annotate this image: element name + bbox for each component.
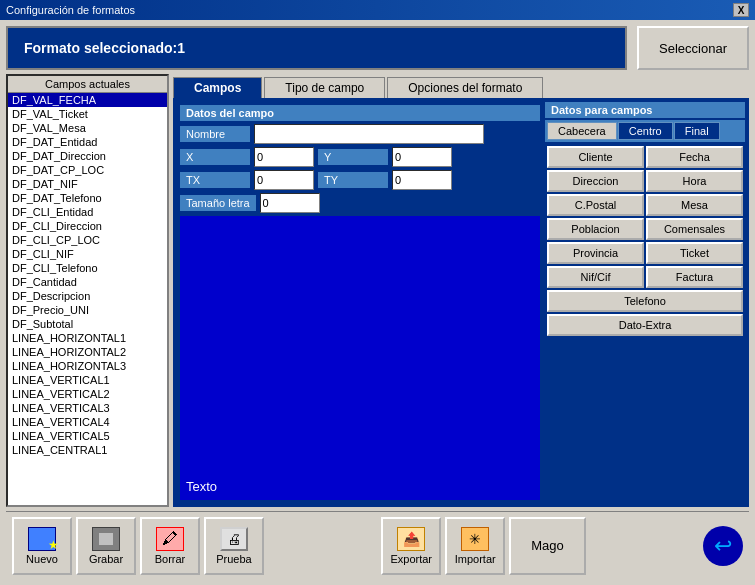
list-item[interactable]: DF_Descripcion [8, 289, 167, 303]
list-item[interactable]: DF_CLI_CP_LOC [8, 233, 167, 247]
datos-btn-hora[interactable]: Hora [646, 170, 743, 192]
importar-label: Importar [455, 553, 496, 565]
prueba-label: Prueba [216, 553, 251, 565]
datos-btn-telefono[interactable]: Telefono [547, 290, 743, 312]
datos-btn-poblacion[interactable]: Poblacion [547, 218, 644, 240]
seleccionar-button[interactable]: Seleccionar [637, 26, 749, 70]
nombre-row: Nombre [180, 124, 540, 144]
borrar-button[interactable]: 🖍 Borrar [140, 517, 200, 575]
nuevo-icon [28, 527, 56, 551]
nombre-label: Nombre [180, 126, 250, 142]
txty-row: TX TY [180, 170, 540, 190]
datos-campo-title: Datos del campo [180, 105, 540, 121]
tam-letra-row: Tamaño letra [180, 193, 540, 213]
grabar-label: Grabar [89, 553, 123, 565]
campos-actuales-panel: Campos actuales DF_VAL_FECHADF_VAL_Ticke… [6, 74, 169, 507]
list-item[interactable]: DF_Subtotal [8, 317, 167, 331]
datos-btn-comensales[interactable]: Comensales [646, 218, 743, 240]
tam-letra-input[interactable] [260, 193, 320, 213]
right-area: Campos Tipo de campo Opciones del format… [173, 74, 749, 507]
tab-opciones-formato[interactable]: Opciones del formato [387, 77, 543, 98]
datos-btn-nif-cif[interactable]: Nif/Cif [547, 266, 644, 288]
bottom-toolbar: Nuevo Grabar 🖍 Borrar 🖨 Prueba 📤 Exporta… [6, 511, 749, 579]
y-label: Y [318, 149, 388, 165]
subtab-centro[interactable]: Centro [618, 122, 673, 140]
borrar-icon: 🖍 [156, 527, 184, 551]
datos-btn-provincia[interactable]: Provincia [547, 242, 644, 264]
window-title: Configuración de formatos [6, 4, 135, 16]
list-item[interactable]: DF_Cantidad [8, 275, 167, 289]
list-item[interactable]: LINEA_HORIZONTAL1 [8, 331, 167, 345]
nuevo-button[interactable]: Nuevo [12, 517, 72, 575]
campos-data-panel: Datos del campo Nombre X Y [177, 102, 543, 503]
list-item[interactable]: DF_DAT_Entidad [8, 135, 167, 149]
datos-btn-fecha[interactable]: Fecha [646, 146, 743, 168]
list-item[interactable]: LINEA_HORIZONTAL2 [8, 345, 167, 359]
list-item[interactable]: LINEA_HORIZONTAL3 [8, 359, 167, 373]
list-item[interactable]: LINEA_VERTICAL1 [8, 373, 167, 387]
tab-tipo-campo[interactable]: Tipo de campo [264, 77, 385, 98]
list-item[interactable]: DF_DAT_Telefono [8, 191, 167, 205]
campos-list[interactable]: DF_VAL_FECHADF_VAL_TicketDF_VAL_MesaDF_D… [8, 93, 167, 505]
grabar-button[interactable]: Grabar [76, 517, 136, 575]
exportar-label: Exportar [390, 553, 432, 565]
list-item[interactable]: LINEA_VERTICAL5 [8, 429, 167, 443]
back-icon: ↩ [703, 526, 743, 566]
list-item[interactable]: LINEA_VERTICAL4 [8, 415, 167, 429]
mago-button[interactable]: Mago [509, 517, 586, 575]
list-item[interactable]: DF_DAT_NIF [8, 177, 167, 191]
list-item[interactable]: LINEA_VERTICAL2 [8, 387, 167, 401]
tab-campos[interactable]: Campos [173, 77, 262, 98]
borrar-label: Borrar [155, 553, 186, 565]
importar-icon: ✳ [461, 527, 489, 551]
x-label: X [180, 149, 250, 165]
content-area: Campos actuales DF_VAL_FECHADF_VAL_Ticke… [6, 74, 749, 507]
datos-btn-factura[interactable]: Factura [646, 266, 743, 288]
list-item[interactable]: LINEA_VERTICAL3 [8, 401, 167, 415]
list-item[interactable]: DF_CLI_Direccion [8, 219, 167, 233]
list-item[interactable]: DF_Precio_UNI [8, 303, 167, 317]
close-button[interactable]: X [733, 3, 749, 17]
list-item[interactable]: DF_DAT_Direccion [8, 149, 167, 163]
importar-button[interactable]: ✳ Importar [445, 517, 505, 575]
title-bar: Configuración de formatos X [0, 0, 755, 20]
top-area: Formato seleccionado:1 Seleccionar [6, 26, 749, 70]
nuevo-label: Nuevo [26, 553, 58, 565]
datos-btn-dato-extra[interactable]: Dato-Extra [547, 314, 743, 336]
prueba-button[interactable]: 🖨 Prueba [204, 517, 264, 575]
datos-para-campos-title: Datos para campos [545, 102, 745, 118]
list-item[interactable]: DF_CLI_Entidad [8, 205, 167, 219]
list-item[interactable]: LINEA_CENTRAL1 [8, 443, 167, 457]
tx-input[interactable] [254, 170, 314, 190]
nombre-input[interactable] [254, 124, 484, 144]
list-item[interactable]: DF_DAT_CP_LOC [8, 163, 167, 177]
datos-btn-mesa[interactable]: Mesa [646, 194, 743, 216]
prueba-icon: 🖨 [220, 527, 248, 551]
tx-label: TX [180, 172, 250, 188]
list-item[interactable]: DF_VAL_FECHA [8, 93, 167, 107]
back-button[interactable]: ↩ [703, 526, 743, 566]
datos-btn-c-postal[interactable]: C.Postal [547, 194, 644, 216]
list-item[interactable]: DF_VAL_Mesa [8, 121, 167, 135]
datos-subtabs: Cabecera Centro Final [545, 120, 745, 142]
list-item[interactable]: DF_CLI_Telefono [8, 261, 167, 275]
campos-actuales-title: Campos actuales [8, 76, 167, 93]
list-item[interactable]: DF_VAL_Ticket [8, 107, 167, 121]
tab-content: Datos del campo Nombre X Y [173, 98, 749, 507]
datos-para-campos-panel: Datos para campos Cabecera Centro Final … [545, 102, 745, 503]
subtab-final[interactable]: Final [674, 122, 720, 140]
y-input[interactable] [392, 147, 452, 167]
exportar-button[interactable]: 📤 Exportar [381, 517, 441, 575]
x-input[interactable] [254, 147, 314, 167]
grabar-icon [92, 527, 120, 551]
datos-btn-direccion[interactable]: Direccion [547, 170, 644, 192]
exportar-icon: 📤 [397, 527, 425, 551]
tabs: Campos Tipo de campo Opciones del format… [173, 74, 749, 98]
text-preview-area: Texto [180, 216, 540, 500]
text-preview-label: Texto [186, 479, 217, 494]
list-item[interactable]: DF_CLI_NIF [8, 247, 167, 261]
datos-btn-ticket[interactable]: Ticket [646, 242, 743, 264]
subtab-cabecera[interactable]: Cabecera [547, 122, 617, 140]
ty-input[interactable] [392, 170, 452, 190]
datos-btn-cliente[interactable]: Cliente [547, 146, 644, 168]
